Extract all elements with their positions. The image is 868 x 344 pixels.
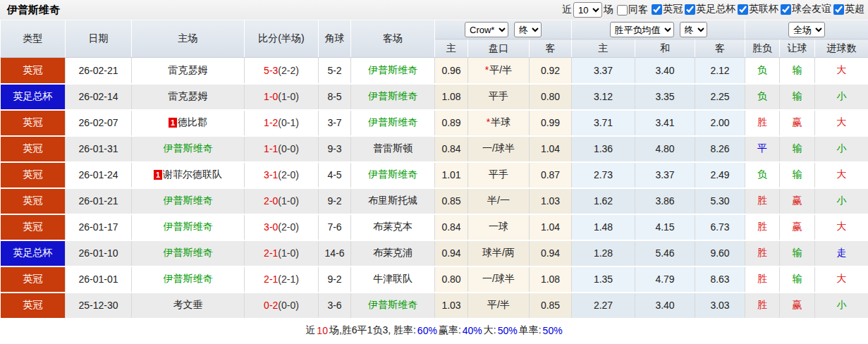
odds-home-cell: 0.96 <box>435 58 468 84</box>
handicap-cell: 平手 <box>468 84 530 110</box>
league-cell: 英冠 <box>1 214 66 240</box>
summary-segment: 赢率: <box>439 324 461 337</box>
home-team-cell: 伊普斯维奇 <box>132 136 245 162</box>
scope-dropdown-group: 全场 <box>745 20 868 39</box>
score-cell: 2-1(1-0) <box>245 240 319 266</box>
team-name: 伊普斯维奇 <box>368 64 417 75</box>
score-cell: 2-1(2-1) <box>245 266 319 293</box>
handicap-result-cell: 输 <box>780 162 815 188</box>
mean-draw-cell: 3.35 <box>635 84 695 110</box>
league-label: 英超 <box>845 3 864 16</box>
summary-segment: 50% <box>543 325 563 336</box>
col-mean-away: 客 <box>695 39 745 58</box>
league-cell: 英冠 <box>1 293 66 319</box>
team-name: 雷克瑟姆 <box>169 64 208 75</box>
rank-badge: 1 <box>169 118 177 128</box>
mean-away-cell: 8.63 <box>695 266 745 293</box>
league-checkbox[interactable] <box>738 4 748 15</box>
scope-select[interactable]: 全场 <box>788 22 825 37</box>
score-cell: 1-1(0-0) <box>245 136 319 162</box>
odds-home-cell: 1.03 <box>435 293 468 319</box>
odds-home-cell: 0.84 <box>435 136 468 162</box>
league-checkbox[interactable] <box>652 4 662 15</box>
home-team-cell: 伊普斯维奇 <box>132 240 245 266</box>
table-row: 英冠 26-02-07 1德比郡 1-2(0-1) 3-7 伊普斯维奇 0.89… <box>1 110 868 136</box>
league-checkbox[interactable] <box>781 4 791 15</box>
col-goals: 进球数 <box>815 39 868 58</box>
mean-home-cell: 3.71 <box>572 110 635 136</box>
odds-away-cell: 1.03 <box>530 188 572 214</box>
same-away-filter[interactable]: 同客 <box>615 4 648 16</box>
fulltime-score: 1-0 <box>264 91 278 102</box>
mean-draw-cell: 3.86 <box>635 188 695 214</box>
mean-away-cell: 6.73 <box>695 214 745 240</box>
home-team-cell: 1德比郡 <box>132 110 245 136</box>
odds-home-cell: 0.84 <box>435 214 468 240</box>
col-type: 类型 <box>1 20 66 58</box>
mean-home-cell: 1.62 <box>572 188 635 214</box>
away-team-cell: 伊普斯维奇 <box>351 58 435 84</box>
col-corner: 角球 <box>319 20 351 58</box>
league-filter[interactable]: 英联杯 <box>735 3 778 16</box>
mean-away-cell: 8.26 <box>695 136 745 162</box>
match-history-panel: 伊普斯维奇 近 10 场 同客 英冠英足总杯英联杯球会友谊英超 类型 日 <box>0 0 868 343</box>
goals-cell: 小 <box>815 188 868 214</box>
league-filters: 英冠英足总杯英联杯球会友谊英超 <box>649 3 864 17</box>
matches-tbody: 英冠 26-02-21 雷克瑟姆 5-3(2-2) 5-2 伊普斯维奇 0.96… <box>1 58 868 319</box>
handicap-result-cell: 赢 <box>780 293 815 319</box>
recent-count-select[interactable]: 10 <box>573 2 602 18</box>
date-cell: 26-02-14 <box>66 84 132 110</box>
team-name: 德比郡 <box>178 116 207 128</box>
col-odds-home: 主 <box>435 39 468 58</box>
score-cell: 2-0(1-0) <box>245 188 319 214</box>
fulltime-score: 1-2 <box>264 117 278 128</box>
goals-cell: 大 <box>815 266 868 293</box>
fulltime-score: 1-1 <box>264 143 278 154</box>
team-name: 考文垂 <box>173 299 203 310</box>
league-filter[interactable]: 英超 <box>831 3 864 16</box>
table-row: 英冠 26-02-21 雷克瑟姆 5-3(2-2) 5-2 伊普斯维奇 0.96… <box>1 58 868 84</box>
handicap-result-cell: 输 <box>780 136 815 162</box>
mean-home-cell: 1.48 <box>572 214 635 240</box>
halftime-score: (2-0) <box>278 169 299 180</box>
league-checkbox[interactable] <box>685 4 695 15</box>
mean-draw-cell: 3.40 <box>635 58 695 84</box>
league-filter[interactable]: 球会友谊 <box>778 3 831 16</box>
table-row: 英冠 26-01-24 1谢菲尔德联队 3-1(2-0) 4-5 伊普斯维奇 1… <box>1 162 868 188</box>
mean-away-cell: 2.49 <box>695 162 745 188</box>
filter-controls: 近 10 场 同客 英冠英足总杯英联杯球会友谊英超 <box>561 2 865 18</box>
league-cell: 英足总杯 <box>1 84 66 110</box>
bookmaker-state-select[interactable]: 终 <box>514 22 542 37</box>
league-checkbox[interactable] <box>833 4 844 15</box>
date-cell: 26-02-07 <box>66 110 132 136</box>
handicap-result-cell: 赢 <box>780 188 815 214</box>
away-team-cell: 伊普斯维奇 <box>351 110 435 136</box>
handicap-cell: 球半/两 <box>468 240 530 266</box>
mean-state-select[interactable]: 终 <box>680 22 707 37</box>
summary-segment: 10 <box>317 325 328 336</box>
league-filter[interactable]: 英冠 <box>649 3 683 16</box>
mean-select[interactable]: 胜平负均值 <box>610 22 674 37</box>
corner-cell: 9-2 <box>319 266 351 293</box>
bookmaker-select[interactable]: Crow* <box>465 22 508 37</box>
same-away-label: 同客 <box>628 4 648 16</box>
date-cell: 26-01-17 <box>66 214 132 240</box>
away-team-cell: 普雷斯顿 <box>351 136 435 162</box>
col-wdl: 胜负 <box>745 39 780 58</box>
wdl-cell: 负 <box>745 162 780 188</box>
corner-cell: 4-5 <box>319 162 351 188</box>
odds-away-cell: 0.99 <box>530 110 572 136</box>
summary-segment: 大: <box>484 324 496 337</box>
recent-label: 近 <box>562 4 572 16</box>
league-filter[interactable]: 英足总杯 <box>683 3 735 16</box>
goals-cell: 走 <box>815 240 868 266</box>
mean-home-cell: 1.36 <box>572 136 635 162</box>
col-score: 比分(半场) <box>245 20 319 58</box>
corner-cell: 5-2 <box>319 58 351 84</box>
halftime-score: (1-0) <box>278 195 299 207</box>
same-away-checkbox[interactable] <box>617 5 628 16</box>
odds-away-cell: 0.80 <box>530 84 572 110</box>
mean-draw-cell: 5.46 <box>635 240 695 266</box>
mean-away-cell: 2.00 <box>695 110 745 136</box>
col-mean-draw: 和 <box>635 39 695 58</box>
